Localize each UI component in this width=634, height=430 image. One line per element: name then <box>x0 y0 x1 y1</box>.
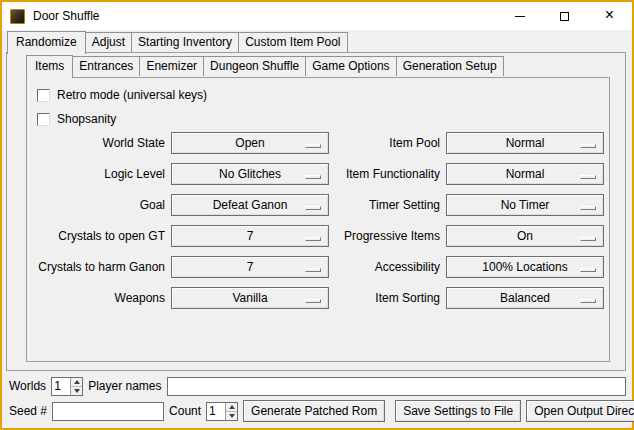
accessibility-dropdown[interactable]: 100% Locations <box>446 256 604 278</box>
retro-mode-label: Retro mode (universal keys) <box>57 88 207 102</box>
tab-enemizer[interactable]: Enemizer <box>139 56 204 76</box>
tab-adjust[interactable]: Adjust <box>85 32 132 52</box>
weapons-label: Weapons <box>37 291 165 305</box>
count-spin-up-button[interactable] <box>226 403 237 412</box>
dropdown-indicator-icon <box>305 144 321 148</box>
titlebar[interactable]: Door Shuffle × <box>2 2 632 30</box>
arrow-up-icon <box>229 405 235 409</box>
dropdown-indicator-icon <box>305 299 321 303</box>
crystals-harm-ganon-label: Crystals to harm Ganon <box>37 260 165 274</box>
item-functionality-value: Normal <box>506 167 545 181</box>
maximize-button[interactable] <box>542 2 587 30</box>
retro-mode-checkbox[interactable] <box>37 89 50 102</box>
goal-label: Goal <box>37 198 165 212</box>
logic-level-label: Logic Level <box>37 167 165 181</box>
retro-mode-row: Retro mode (universal keys) <box>37 86 609 104</box>
save-settings-button[interactable]: Save Settings to File <box>395 400 521 422</box>
weapons-dropdown[interactable]: Vanilla <box>171 287 329 309</box>
arrow-up-icon <box>74 380 80 384</box>
maximize-icon <box>560 12 569 21</box>
worlds-spinner[interactable] <box>51 377 83 396</box>
minimize-button[interactable] <box>497 2 542 30</box>
dropdown-indicator-icon <box>580 206 596 210</box>
generate-patched-rom-button[interactable]: Generate Patched Rom <box>243 400 385 422</box>
count-spinner[interactable] <box>206 402 238 421</box>
minimize-icon <box>515 16 525 17</box>
dropdown-indicator-icon <box>580 144 596 148</box>
progressive-items-label: Progressive Items <box>335 229 440 243</box>
dropdown-indicator-icon <box>580 237 596 241</box>
dropdown-indicator-icon <box>305 206 321 210</box>
door-shuffle-window: Door Shuffle × Randomize Adjust Starting… <box>0 0 634 430</box>
logic-level-dropdown[interactable]: No Glitches <box>171 163 329 185</box>
options-grid: World State Open Item Pool Normal Logic … <box>37 132 609 309</box>
count-input[interactable] <box>207 403 225 420</box>
dropdown-indicator-icon <box>580 175 596 179</box>
seed-label: Seed # <box>9 404 47 418</box>
item-functionality-dropdown[interactable]: Normal <box>446 163 604 185</box>
dropdown-indicator-icon <box>305 268 321 272</box>
progressive-items-dropdown[interactable]: On <box>446 225 604 247</box>
items-pane: Retro mode (universal keys) Shopsanity W… <box>26 77 610 362</box>
arrow-down-icon <box>74 389 80 393</box>
close-button[interactable]: × <box>587 2 632 30</box>
window-controls: × <box>497 2 632 30</box>
arrow-down-icon <box>229 414 235 418</box>
secondary-tab-bar: Items Entrances Enemizer Dungeon Shuffle… <box>26 56 503 77</box>
weapons-value: Vanilla <box>232 291 267 305</box>
seed-row: Seed # Count Generate Patched Rom Save S… <box>9 400 626 422</box>
app-icon <box>10 9 25 24</box>
item-sorting-label: Item Sorting <box>335 291 440 305</box>
crystals-open-gt-value: 7 <box>247 229 254 243</box>
item-pool-dropdown[interactable]: Normal <box>446 132 604 154</box>
dropdown-indicator-icon <box>580 299 596 303</box>
worlds-spin-down-button[interactable] <box>71 387 82 395</box>
tab-entrances[interactable]: Entrances <box>72 56 140 76</box>
item-sorting-dropdown[interactable]: Balanced <box>446 287 604 309</box>
timer-setting-dropdown[interactable]: No Timer <box>446 194 604 216</box>
player-names-label: Player names <box>88 379 161 393</box>
item-sorting-value: Balanced <box>500 291 550 305</box>
worlds-row: Worlds Player names <box>9 376 626 396</box>
count-spin-arrows <box>225 403 237 420</box>
tab-starting-inventory[interactable]: Starting Inventory <box>131 32 239 52</box>
tab-game-options[interactable]: Game Options <box>305 56 396 76</box>
tab-items[interactable]: Items <box>26 55 73 78</box>
tab-dungeon-shuffle[interactable]: Dungeon Shuffle <box>203 56 306 76</box>
worlds-spin-up-button[interactable] <box>71 378 82 387</box>
worlds-input[interactable] <box>52 378 70 395</box>
tab-randomize[interactable]: Randomize <box>7 31 86 54</box>
close-icon: × <box>605 7 614 23</box>
shopsanity-checkbox[interactable] <box>37 113 50 126</box>
goal-dropdown[interactable]: Defeat Ganon <box>171 194 329 216</box>
crystals-harm-ganon-dropdown[interactable]: 7 <box>171 256 329 278</box>
open-output-directory-button[interactable]: Open Output Directory <box>526 400 634 422</box>
dropdown-indicator-icon <box>580 268 596 272</box>
progressive-items-value: On <box>517 229 533 243</box>
shopsanity-label: Shopsanity <box>57 112 116 126</box>
worlds-spin-arrows <box>70 378 82 395</box>
bottom-controls: Worlds Player names Seed # Count <box>9 376 626 422</box>
crystals-open-gt-dropdown[interactable]: 7 <box>171 225 329 247</box>
primary-tab-bar: Randomize Adjust Starting Inventory Cust… <box>7 32 347 53</box>
timer-setting-value: No Timer <box>501 198 550 212</box>
tab-custom-item-pool[interactable]: Custom Item Pool <box>238 32 347 52</box>
shopsanity-row: Shopsanity <box>37 110 609 128</box>
client-area: Randomize Adjust Starting Inventory Cust… <box>2 30 632 428</box>
world-state-dropdown[interactable]: Open <box>171 132 329 154</box>
player-names-input[interactable] <box>167 377 627 396</box>
item-functionality-label: Item Functionality <box>335 167 440 181</box>
item-pool-label: Item Pool <box>335 136 440 150</box>
accessibility-value: 100% Locations <box>482 260 567 274</box>
crystals-harm-ganon-value: 7 <box>247 260 254 274</box>
world-state-value: Open <box>235 136 264 150</box>
worlds-label: Worlds <box>9 379 46 393</box>
count-spin-down-button[interactable] <box>226 412 237 420</box>
randomize-pane: Items Entrances Enemizer Dungeon Shuffle… <box>6 52 626 371</box>
count-label: Count <box>169 404 201 418</box>
timer-setting-label: Timer Setting <box>335 198 440 212</box>
seed-input[interactable] <box>52 402 164 421</box>
tab-generation-setup[interactable]: Generation Setup <box>396 56 504 76</box>
dropdown-indicator-icon <box>305 237 321 241</box>
item-pool-value: Normal <box>506 136 545 150</box>
